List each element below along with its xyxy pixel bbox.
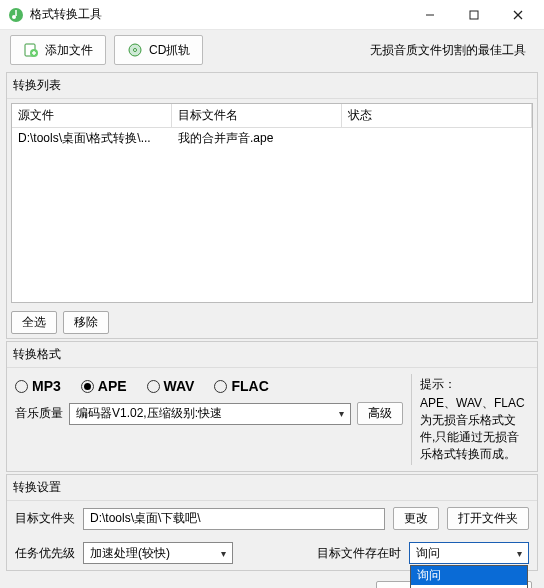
quality-label: 音乐质量 [15,405,63,422]
col-source[interactable]: 源文件 [12,104,172,127]
exists-option-ask[interactable]: 询问 [411,566,527,585]
exists-select[interactable]: 询问 ▾ 询问 重命名 覆盖 [409,542,529,564]
remove-button[interactable]: 移除 [63,311,109,334]
radio-mp3[interactable]: MP3 [15,378,61,394]
select-all-button[interactable]: 全选 [11,311,57,334]
priority-value: 加速处理(较快) [90,545,170,562]
radio-wav-label: WAV [164,378,195,394]
settings-group-header: 转换设置 [7,475,537,501]
note-body: APE、WAV、FLAC为无损音乐格式文件,只能通过无损音乐格式转换而成。 [420,395,531,463]
col-target[interactable]: 目标文件名 [172,104,342,127]
list-group: 转换列表 源文件 目标文件名 状态 D:\tools\桌面\格式转换\... 我… [6,72,538,339]
radio-icon [214,380,227,393]
list-group-header: 转换列表 [7,73,537,99]
target-folder-input[interactable]: D:\tools\桌面\下载吧\ [83,508,385,530]
target-folder-value: D:\tools\桌面\下载吧\ [90,510,201,527]
chevron-down-icon: ▾ [517,548,522,559]
add-file-icon [23,42,39,58]
maximize-button[interactable] [452,1,496,29]
add-file-button[interactable]: 添加文件 [10,35,106,65]
cd-grab-button[interactable]: CD抓轨 [114,35,203,65]
app-icon [8,7,24,23]
open-folder-button[interactable]: 打开文件夹 [447,507,529,530]
note-header: 提示： [420,376,531,393]
toolbar: 添加文件 CD抓轨 无损音质文件切割的最佳工具 [0,30,544,70]
exists-dropdown-list: 询问 重命名 覆盖 [410,565,528,588]
exists-value: 询问 [416,545,440,562]
svg-point-1 [12,15,16,19]
add-file-label: 添加文件 [45,42,93,59]
radio-ape-label: APE [98,378,127,394]
cell-source: D:\tools\桌面\格式转换\... [12,128,172,149]
cd-icon [127,42,143,58]
svg-rect-3 [470,11,478,19]
title-bar: 格式转换工具 [0,0,544,30]
advanced-button[interactable]: 高级 [357,402,403,425]
exists-label: 目标文件存在时 [317,545,401,562]
table-row[interactable]: D:\tools\桌面\格式转换\... 我的合并声音.ape [12,128,532,149]
cd-grab-label: CD抓轨 [149,42,190,59]
svg-point-11 [134,49,137,52]
chevron-down-icon: ▾ [339,408,344,419]
radio-mp3-label: MP3 [32,378,61,394]
quality-value: 编码器V1.02,压缩级别:快速 [76,405,222,422]
radio-icon [81,380,94,393]
chevron-down-icon: ▾ [221,548,226,559]
slogan-text: 无损音质文件切割的最佳工具 [370,42,526,59]
priority-label: 任务优先级 [15,545,75,562]
change-folder-button[interactable]: 更改 [393,507,439,530]
quality-select[interactable]: 编码器V1.02,压缩级别:快速 ▾ [69,403,351,425]
col-status[interactable]: 状态 [342,104,532,127]
cell-status [342,128,532,149]
format-group: 转换格式 MP3 APE WAV FLAC [6,341,538,472]
list-header-row: 源文件 目标文件名 状态 [12,104,532,128]
priority-select[interactable]: 加速处理(较快) ▾ [83,542,233,564]
target-folder-label: 目标文件夹 [15,510,75,527]
minimize-button[interactable] [408,1,452,29]
radio-wav[interactable]: WAV [147,378,195,394]
window-title: 格式转换工具 [30,6,408,23]
radio-ape[interactable]: APE [81,378,127,394]
file-list[interactable]: 源文件 目标文件名 状态 D:\tools\桌面\格式转换\... 我的合并声音… [11,103,533,303]
close-button[interactable] [496,1,540,29]
cell-target: 我的合并声音.ape [172,128,342,149]
format-group-header: 转换格式 [7,342,537,368]
radio-icon [15,380,28,393]
radio-icon [147,380,160,393]
radio-flac-label: FLAC [231,378,268,394]
radio-flac[interactable]: FLAC [214,378,268,394]
settings-group: 转换设置 目标文件夹 D:\tools\桌面\下载吧\ 更改 打开文件夹 任务优… [6,474,538,571]
